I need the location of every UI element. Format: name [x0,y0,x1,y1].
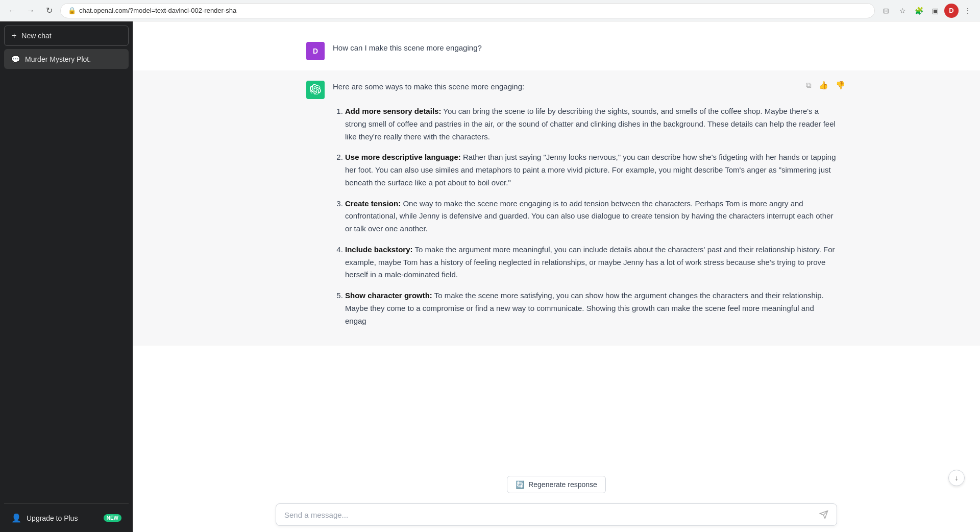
reload-button[interactable]: ↻ [42,4,56,18]
extensions-button[interactable]: 🧩 [912,4,926,18]
assistant-message-actions: ⧉ 👍 👎 [804,79,847,92]
upgrade-button[interactable]: 👤 Upgrade to Plus NEW [4,508,129,528]
bookmark-button[interactable]: ☆ [895,4,910,18]
menu-button[interactable]: ⋮ [961,4,975,18]
user-message: D How can I make this scene more engagin… [133,32,980,70]
url-text: chat.openai.com/?model=text-davinci-002-… [79,7,867,14]
assistant-intro: Here are some ways to make this scene mo… [333,81,837,93]
tip-3-body: One way to make the scene more engaging … [345,199,833,233]
tip-4: Include backstory: To make the argument … [345,244,837,281]
cast-button[interactable]: ⊡ [879,4,893,18]
assistant-message: Here are some ways to make this scene mo… [133,70,980,346]
new-chat-label: New chat [21,32,51,40]
app-container: + New chat 💬 Murder Mystery Plot. ✏ 🗑 👤 … [0,21,980,532]
tip-5: Show character growth: To make the scene… [345,289,837,327]
tip-1: Add more sensory details: You can bring … [345,105,837,143]
user-icon: 👤 [11,513,21,523]
chat-bubble-icon: 💬 [11,55,20,63]
regenerate-icon: 🔄 [516,480,524,489]
regenerate-button[interactable]: 🔄 Regenerate response [507,476,606,493]
profile-button[interactable]: D [944,4,959,18]
browser-actions: ⊡ ☆ 🧩 ▣ D ⋮ [879,4,975,18]
back-button[interactable]: ← [5,4,19,18]
input-wrapper [276,503,837,526]
chat-list: 💬 Murder Mystery Plot. ✏ 🗑 [4,49,129,499]
thumbs-down-button[interactable]: 👎 [834,79,847,92]
user-avatar: D [306,42,325,60]
sidebar-button[interactable]: ▣ [928,4,942,18]
tip-1-label: Add more sensory details: [345,107,441,115]
edit-chat-button[interactable]: ✏ [99,54,109,64]
user-message-body: How can I make this scene more engaging? [333,42,837,60]
tip-3-label: Create tension: [345,199,401,208]
thumbs-up-button[interactable]: 👍 [817,79,830,92]
bottom-bar [133,497,980,532]
send-button[interactable] [819,510,828,519]
main-content: D How can I make this scene more engagin… [133,21,980,532]
tip-3: Create tension: One way to make the scen… [345,198,837,235]
new-chat-button[interactable]: + New chat [4,26,129,46]
sidebar: + New chat 💬 Murder Mystery Plot. ✏ 🗑 👤 … [0,21,133,532]
assistant-intro-text: Here are some ways to make this scene mo… [333,81,837,327]
assistant-avatar [306,81,325,99]
plus-icon: + [12,31,16,40]
tip-4-body: To make the argument more meaningful, yo… [345,245,835,279]
message-input[interactable] [284,511,819,519]
browser-chrome: ← → ↻ 🔒 chat.openai.com/?model=text-davi… [0,0,980,21]
tip-2-label: Use more descriptive language: [345,153,461,161]
user-message-text: How can I make this scene more engaging? [333,42,837,54]
regenerate-label: Regenerate response [528,480,597,489]
forward-button[interactable]: → [23,4,38,18]
tips-list: Add more sensory details: You can bring … [333,105,837,327]
chat-item-murder-mystery[interactable]: 💬 Murder Mystery Plot. ✏ 🗑 [4,49,129,69]
upgrade-label: Upgrade to Plus [27,514,78,522]
tip-4-label: Include backstory: [345,245,413,254]
sidebar-footer: 👤 Upgrade to Plus NEW [4,503,129,528]
tip-5-label: Show character growth: [345,291,432,300]
bottom-area: 🔄 Regenerate response ↓ [133,476,980,532]
address-bar[interactable]: 🔒 chat.openai.com/?model=text-davinci-00… [60,3,875,18]
copy-button[interactable]: ⧉ [804,79,814,92]
assistant-message-body: Here are some ways to make this scene mo… [333,81,837,335]
regenerate-area: 🔄 Regenerate response [133,476,980,493]
tip-2: Use more descriptive language: Rather th… [345,151,837,189]
new-badge: NEW [104,514,121,522]
chat-title: Murder Mystery Plot. [25,55,94,63]
delete-chat-button[interactable]: 🗑 [111,54,121,64]
chat-messages: D How can I make this scene more engagin… [133,21,980,476]
scroll-bottom-button[interactable]: ↓ [948,470,965,486]
